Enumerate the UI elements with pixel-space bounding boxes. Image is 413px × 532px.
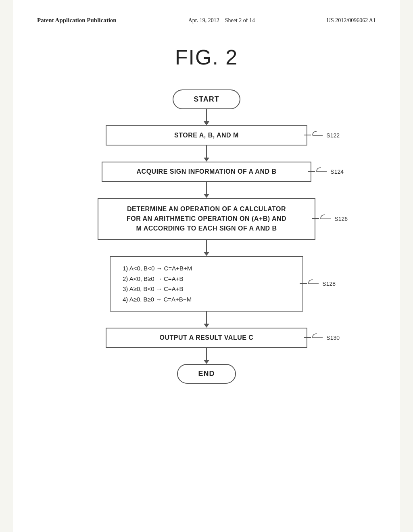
step-s122: STORE A, B, AND M [106, 125, 307, 145]
header-center: Apr. 19, 2012 Sheet 2 of 14 [188, 16, 255, 25]
flowchart: START STORE A, B, AND M S122 [37, 89, 376, 384]
step-s126-line3: M ACCORDING TO EACH SIGN OF A AND B [111, 224, 302, 233]
step-s126-line2: FOR AN ARITHMETIC OPERATION ON (A+B) AND [111, 214, 302, 224]
step-s128: 1) A<0, B<0 → C=A+B+M 2) A<0, B≥0 → C=A+… [110, 256, 303, 312]
page-header: Patent Application Publication Apr. 19, … [37, 16, 376, 25]
step-s126-label: S126 [312, 215, 348, 223]
step-s128-row: 1) A<0, B<0 → C=A+B+M 2) A<0, B≥0 → C=A+… [110, 256, 303, 312]
step-s130-text: OUTPUT A RESULT VALUE C [160, 334, 254, 341]
step-s124-label: S124 [308, 168, 344, 176]
arrow-1 [204, 109, 209, 125]
s128-line3: 3) A≥0, B<0 → C=A+B [123, 284, 290, 294]
end-pill: END [177, 364, 236, 384]
arrow-5 [204, 312, 209, 328]
step-s126: DETERMINE AN OPERATION OF A CALCULATOR F… [98, 198, 315, 240]
step-s130: OUTPUT A RESULT VALUE C [106, 328, 307, 348]
step-s124-row: ACQUIRE SIGN INFORMATION OF A AND B S124 [102, 162, 311, 182]
step-s130-label: S130 [304, 334, 340, 342]
arrow-3 [204, 182, 209, 198]
step-s122-text: STORE A, B, AND M [174, 132, 239, 139]
sheet-info: Sheet 2 of 14 [225, 17, 255, 23]
s128-line1: 1) A<0, B<0 → C=A+B+M [123, 263, 290, 274]
step-s124-text: ACQUIRE SIGN INFORMATION OF A AND B [137, 168, 277, 175]
figure-title: FIG. 2 [37, 45, 376, 69]
end-node: END [177, 364, 236, 384]
page: Patent Application Publication Apr. 19, … [13, 0, 400, 532]
step-s124: ACQUIRE SIGN INFORMATION OF A AND B [102, 162, 311, 182]
arrow-6 [204, 348, 209, 364]
step-s128-label: S128 [300, 280, 336, 288]
arrow-4 [204, 240, 209, 256]
publication-label: Patent Application Publication [37, 16, 117, 25]
step-s126-line1: DETERMINE AN OPERATION OF A CALCULATOR [111, 204, 302, 214]
pub-date: Apr. 19, 2012 [188, 17, 219, 23]
step-s122-row: STORE A, B, AND M S122 [106, 125, 307, 145]
arrow-2 [204, 145, 209, 162]
patent-number: US 2012/0096062 A1 [327, 16, 376, 25]
s128-line2: 2) A<0, B≥0 → C=A+B [123, 274, 290, 284]
start-node: START [173, 89, 240, 109]
step-s122-label: S122 [304, 131, 340, 139]
s128-line4: 4) A≥0, B≥0 → C=A+B−M [123, 294, 290, 305]
step-s126-row: DETERMINE AN OPERATION OF A CALCULATOR F… [98, 198, 315, 240]
step-s130-row: OUTPUT A RESULT VALUE C S130 [106, 328, 307, 348]
start-pill: START [173, 89, 240, 109]
